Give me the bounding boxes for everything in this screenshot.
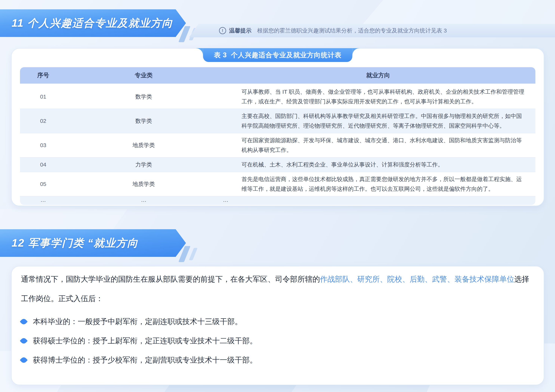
list-item-text: 获得硕士学位的：授予上尉军衔，定正连职或专业技术十二级干部。: [33, 336, 257, 346]
table-row: 02 数学类 主要在高校、国防部门、科研机构等从事教学研究及相关科研管理工作。中…: [20, 109, 535, 133]
list-item: 获得博士学位的：授予少校军衔，定副营职或专业技术十一级干部。: [21, 355, 536, 365]
unit-types-highlight: 作战部队、研究所、院校、后勤、武警、装备技术保障单位: [320, 275, 514, 283]
info-circle-icon: !: [219, 27, 226, 34]
rank-list: 本科毕业的：一般授予中尉军衔，定副连职或技术十三级干部。 获得硕士学位的：授予上…: [12, 316, 544, 365]
cell-jobs: 首先是电信运营商，这些单位技术都比较成熟，真正需要您做研发的地方并不多，所以一般…: [221, 172, 535, 196]
col-header-index: 序号: [20, 67, 66, 85]
military-card: 通常情况下，国防大学毕业的国防生在服从部队需要的前提下，在各大军区、司令部所辖的…: [11, 266, 544, 385]
bullet-leaf-icon: [20, 318, 28, 325]
bg-shape: [0, 209, 127, 231]
table-row: 04 力学类 可在机械、土木、水利工程类企业、事业单位从事设计、计算和强度分析等…: [20, 157, 535, 172]
cell-index: …: [20, 196, 66, 205]
cell-jobs: 可在国家资源能源勘探、开发与环保、城市建设、城市交通、港口、水利水电建设、国防和…: [221, 133, 535, 157]
report-page: 11 个人兴趣适合专业及就业方向 ! 温馨提示 根据您的霍兰德职业兴趣测试结果分…: [0, 0, 555, 392]
majors-table-wrap: 序号 专业类 就业方向 01 数学类 可从事教师、当 IT 职员、做商务、做企业…: [20, 67, 535, 205]
table-row-ellipsis: … … …: [20, 196, 535, 205]
list-item-text: 获得博士学位的：授予少校军衔，定副营职或专业技术十一级干部。: [33, 355, 257, 365]
bullet-leaf-icon: [20, 337, 28, 345]
section-12-banner: 12 军事学门类 “就业方向: [0, 229, 186, 257]
cell-jobs: 可在机械、土木、水利工程类企业、事业单位从事设计、计算和强度分析等工作。: [221, 157, 535, 172]
list-item: 获得硕士学位的：授予上尉军衔，定正连职或专业技术十二级干部。: [21, 336, 536, 346]
majors-table-card: 表 3 个人兴趣适合专业及就业方向统计表 序号 专业类 就业方向 01 数学类 …: [11, 48, 544, 206]
cell-jobs: 可从事教师、当 IT 职员、做商务、做企业管理等，也可从事科研机构、政府机关、企…: [221, 85, 535, 109]
majors-table: 序号 专业类 就业方向 01 数学类 可从事教师、当 IT 职员、做商务、做企业…: [20, 67, 535, 205]
cell-major: 地质学类: [66, 172, 221, 196]
section-11-title: 11 个人兴趣适合专业及就业方向: [12, 16, 173, 30]
cell-jobs: …: [221, 196, 535, 205]
cell-major: 力学类: [66, 157, 221, 172]
table-row: 01 数学类 可从事教师、当 IT 职员、做商务、做企业管理等，也可从事科研机构…: [20, 85, 535, 109]
list-item: 本科毕业的：一般授予中尉军衔，定副连职或技术十三级干部。: [21, 316, 536, 327]
banner-stripe-decoration: [189, 248, 198, 260]
cell-index: 03: [20, 133, 66, 157]
cell-major: 数学类: [66, 85, 221, 109]
table-badge: 表 3 个人兴趣适合专业及就业方向统计表: [203, 48, 352, 62]
cell-jobs: 主要在高校、国防部门、科研机构等从事教学研究及相关科研管理工作。中国有很多与物理…: [221, 109, 535, 133]
section-11-banner: 11 个人兴趣适合专业及就业方向: [0, 9, 186, 37]
cell-index: 04: [20, 157, 66, 172]
table-header-row: 序号 专业类 就业方向: [20, 67, 535, 85]
tip-label: 温馨提示: [229, 27, 252, 35]
col-header-major: 专业类: [66, 67, 221, 85]
tip-bar: ! 温馨提示 根据您的霍兰德职业兴趣测试结果分析，适合您的专业及就业方向统计见表…: [189, 24, 555, 37]
table-row: 03 地质学类 可在国家资源能源勘探、开发与环保、城市建设、城市交通、港口、水利…: [20, 133, 535, 157]
tip-text: 根据您的霍兰德职业兴趣测试结果分析，适合您的专业及就业方向统计见表 3: [257, 27, 447, 35]
list-item-text: 本科毕业的：一般授予中尉军衔，定副连职或技术十三级干部。: [33, 316, 242, 327]
cell-major: 地质学类: [66, 133, 221, 157]
paragraph-text: 通常情况下，国防大学毕业的国防生在服从部队需要的前提下，在各大军区、司令部所辖的: [21, 275, 320, 283]
cell-major: 数学类: [66, 109, 221, 133]
cell-index: 01: [20, 85, 66, 109]
cell-major: …: [66, 196, 221, 205]
table-row: 05 地质学类 首先是电信运营商，这些单位技术都比较成熟，真正需要您做研发的地方…: [20, 172, 535, 196]
col-header-jobs: 就业方向: [221, 67, 535, 85]
cell-index: 02: [20, 109, 66, 133]
cell-index: 05: [20, 172, 66, 196]
section-12-title: 12 军事学门类 “就业方向: [12, 236, 139, 250]
intro-paragraph: 通常情况下，国防大学毕业的国防生在服从部队需要的前提下，在各大军区、司令部所辖的…: [21, 269, 536, 308]
bullet-leaf-icon: [20, 356, 28, 364]
